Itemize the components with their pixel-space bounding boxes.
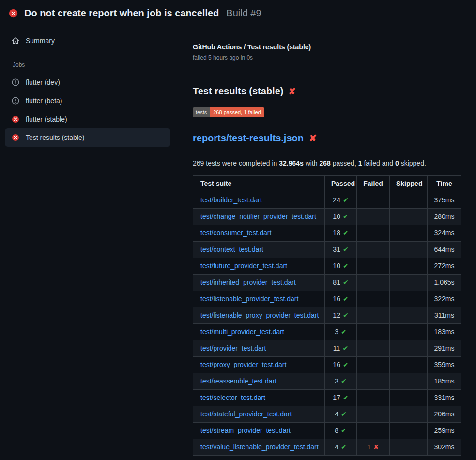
test-suite-link[interactable]: test/listenable_provider_test.dart <box>200 295 298 303</box>
passed-value: 3 <box>335 377 338 385</box>
passed-value: 12 <box>333 311 340 319</box>
test-suite-link[interactable]: test/proxy_provider_test.dart <box>200 361 286 368</box>
skipped-count: 0 <box>395 159 399 167</box>
time-cell: 272ms <box>428 258 461 275</box>
sidebar-item-job-flutter-stable[interactable]: flutter (stable) <box>5 110 170 128</box>
check-icon: ✔ <box>343 394 349 401</box>
passed-value: 16 <box>333 361 340 368</box>
test-suite-link[interactable]: test/listenable_proxy_provider_test.dart <box>200 311 319 319</box>
jobs-list: flutter (dev) flutter (beta) <box>5 73 170 147</box>
test-suite-cell: test/provider_test.dart <box>193 340 325 357</box>
skipped-cell <box>390 275 428 291</box>
sidebar-item-job-test-results-stable[interactable]: Test results (stable) <box>5 128 170 147</box>
passed-value: 4 <box>335 410 338 418</box>
test-suite-cell: test/stream_provider_test.dart <box>193 423 325 439</box>
passed-cell: 16✔ <box>325 357 357 373</box>
passed-value: 81 <box>333 278 340 286</box>
table-row: test/selector_test.dart17✔331ms <box>193 390 461 406</box>
passed-cell: 12✔ <box>325 307 357 324</box>
column-header-time: Time <box>428 176 461 192</box>
test-suite-link[interactable]: test/value_listenable_provider_test.dart <box>200 443 319 451</box>
table-row: test/listenable_proxy_provider_test.dart… <box>193 307 461 324</box>
test-suite-link[interactable]: test/future_provider_test.dart <box>200 262 287 270</box>
failed-cell <box>357 357 390 373</box>
test-suite-link[interactable]: test/builder_test.dart <box>200 196 262 204</box>
test-suite-link[interactable]: test/change_notifier_provider_test.dart <box>200 213 316 220</box>
test-suite-cell: test/selector_test.dart <box>193 390 325 406</box>
test-suite-link[interactable]: test/multi_provider_test.dart <box>200 328 284 336</box>
sidebar-item-job-flutter-beta[interactable]: flutter (beta) <box>5 92 170 110</box>
failed-cell <box>357 324 390 340</box>
table-row: test/provider_test.dart11✔291ms <box>193 340 461 357</box>
test-suite-link[interactable]: test/provider_test.dart <box>200 344 266 352</box>
passed-cell: 24✔ <box>325 192 357 209</box>
cancelled-icon <box>12 97 19 105</box>
failed-cell <box>357 373 390 390</box>
test-suite-cell: test/proxy_provider_test.dart <box>193 357 325 373</box>
table-row: test/inherited_provider_test.dart81✔1.06… <box>193 275 461 291</box>
test-suite-link[interactable]: test/stream_provider_test.dart <box>200 427 291 434</box>
passed-cell: 8✔ <box>325 423 357 439</box>
test-suite-link[interactable]: test/consumer_test.dart <box>200 229 271 237</box>
check-section-title: Test results (stable) ✘ <box>193 86 476 97</box>
test-suite-link[interactable]: test/context_test.dart <box>200 245 263 253</box>
passed-count: 268 <box>320 159 331 167</box>
failed-cell <box>357 406 390 423</box>
skipped-cell <box>390 324 428 340</box>
skipped-cell <box>390 192 428 209</box>
skipped-cell <box>390 423 428 439</box>
failed-status-icon <box>9 9 18 18</box>
test-suite-cell: test/builder_test.dart <box>193 192 325 209</box>
sidebar: Summary Jobs flutter (dev) <box>0 26 193 147</box>
time-cell: 311ms <box>428 307 461 324</box>
duration-value: 32.964s <box>279 159 304 167</box>
table-row: test/consumer_test.dart18✔324ms <box>193 225 461 242</box>
skipped-cell <box>390 209 428 225</box>
table-row: test/change_notifier_provider_test.dart1… <box>193 209 461 225</box>
passed-value: 10 <box>333 213 340 220</box>
report-file-link[interactable]: reports/test-results.json <box>193 133 304 144</box>
passed-value: 18 <box>333 229 340 237</box>
skipped-cell <box>390 242 428 258</box>
check-icon: ✔ <box>343 278 349 286</box>
jobs-section-label: Jobs <box>13 61 170 68</box>
home-icon <box>12 37 19 45</box>
check-icon: ✔ <box>343 262 349 270</box>
table-row: test/stream_provider_test.dart8✔259ms <box>193 423 461 439</box>
time-cell: 375ms <box>428 192 461 209</box>
test-suite-cell: test/future_provider_test.dart <box>193 258 325 275</box>
sidebar-item-summary[interactable]: Summary <box>5 31 170 50</box>
failed-cell <box>357 291 390 307</box>
header: Do not create report when job is cancell… <box>0 0 476 26</box>
time-cell: 644ms <box>428 242 461 258</box>
build-number: Build #9 <box>226 8 261 19</box>
failed-cell: 1✘ <box>357 439 390 456</box>
failed-cell <box>357 307 390 324</box>
time-cell: 206ms <box>428 406 461 423</box>
sidebar-item-job-flutter-dev[interactable]: flutter (dev) <box>5 73 170 92</box>
table-header: Test suite Passed Failed Skipped Time <box>193 176 461 192</box>
test-suite-link[interactable]: test/selector_test.dart <box>200 394 265 401</box>
test-suite-link[interactable]: test/stateful_provider_test.dart <box>200 410 292 418</box>
passed-value: 31 <box>333 245 340 253</box>
main-content: GitHub Actions / Test results (stable) f… <box>193 26 476 456</box>
test-suite-link[interactable]: test/reassemble_test.dart <box>200 377 276 385</box>
skipped-cell <box>390 373 428 390</box>
table-row: test/builder_test.dart24✔375ms <box>193 192 461 209</box>
check-icon: ✔ <box>343 361 349 368</box>
check-run-page: Do not create report when job is cancell… <box>0 0 476 456</box>
skipped-cell <box>390 439 428 456</box>
test-suite-cell: test/inherited_provider_test.dart <box>193 275 325 291</box>
failed-cell <box>357 225 390 242</box>
cancelled-icon <box>12 78 19 86</box>
failed-cell <box>357 209 390 225</box>
cross-mark-icon: ✘ <box>309 134 317 143</box>
test-suite-link[interactable]: test/inherited_provider_test.dart <box>200 278 296 286</box>
report-heading: reports/test-results.json ✘ <box>193 133 476 150</box>
passed-value: 10 <box>333 262 340 270</box>
failed-cell <box>357 423 390 439</box>
skipped-cell <box>390 406 428 423</box>
test-suite-cell: test/consumer_test.dart <box>193 225 325 242</box>
table-row: test/stateful_provider_test.dart4✔206ms <box>193 406 461 423</box>
time-cell: 185ms <box>428 373 461 390</box>
